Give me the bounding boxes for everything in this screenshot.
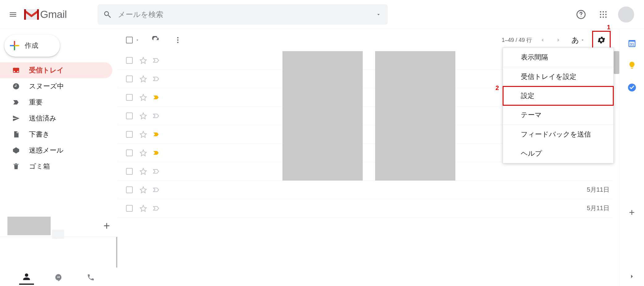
keep-addon-button[interactable] — [627, 60, 637, 70]
star-button[interactable] — [140, 186, 147, 194]
sidebar-item-inbox[interactable]: 受信トレイ — [0, 62, 112, 78]
next-page-button[interactable] — [553, 35, 564, 46]
star-button[interactable] — [140, 57, 147, 64]
input-tools-button[interactable]: あ — [571, 35, 585, 45]
support-button[interactable] — [574, 7, 588, 22]
sidebar-item-important[interactable]: 重要 — [0, 94, 112, 110]
star-button[interactable] — [140, 112, 147, 120]
svg-point-9 — [603, 16, 604, 18]
gmail-logo[interactable]: Gmail — [23, 8, 67, 21]
settings-menu-item[interactable]: ヘルプ — [503, 144, 613, 163]
sidebar-item-label: 迷惑メール — [29, 146, 64, 155]
account-avatar[interactable] — [618, 6, 634, 22]
star-button[interactable] — [140, 131, 147, 138]
settings-menu-item[interactable]: 表示間隔 — [503, 48, 613, 67]
checkbox-icon — [126, 37, 133, 43]
thread-checkbox[interactable] — [126, 94, 133, 101]
hangouts-phone-tab[interactable] — [83, 270, 98, 285]
importance-button[interactable] — [153, 94, 160, 101]
important-icon — [12, 99, 20, 106]
svg-point-7 — [605, 14, 607, 15]
settings-menu-item[interactable]: フィードバックを送信 — [503, 125, 613, 144]
importance-button[interactable] — [153, 75, 160, 83]
star-button[interactable] — [140, 205, 147, 212]
star-button[interactable] — [140, 75, 147, 83]
importance-button[interactable] — [153, 112, 160, 120]
hangouts-new-button[interactable]: + — [103, 219, 110, 232]
thread-checkbox[interactable] — [126, 205, 133, 212]
gmail-m-icon — [23, 8, 40, 21]
calendar-addon-button[interactable]: 31 — [627, 38, 637, 48]
folder-nav: 受信トレイスヌーズ中重要送信済み下書き迷惑メールゴミ箱 — [0, 62, 117, 174]
thread-checkbox[interactable] — [126, 168, 133, 175]
side-panel: 31 + — [619, 29, 644, 286]
importance-button[interactable] — [153, 168, 160, 175]
more-actions-button[interactable] — [172, 34, 184, 46]
importance-button[interactable] — [153, 205, 160, 212]
select-all-checkbox[interactable] — [126, 37, 140, 43]
compose-button[interactable]: 作成 — [4, 35, 60, 57]
svg-text:31: 31 — [630, 42, 634, 47]
settings-menu-item[interactable]: テーマ — [503, 105, 613, 125]
hangouts-panel: + — [0, 215, 117, 286]
get-addons-button[interactable]: + — [629, 207, 635, 218]
importance-button[interactable] — [153, 186, 160, 194]
star-button[interactable] — [140, 168, 147, 175]
svg-point-8 — [600, 16, 601, 18]
hangouts-user-block[interactable] — [7, 217, 51, 235]
settings-menu: 表示間隔受信トレイを設定設定2テーマフィードバックを送信ヘルプ — [503, 47, 614, 163]
hangouts-icon — [55, 273, 63, 281]
importance-button[interactable] — [153, 131, 160, 138]
search-options-button[interactable] — [374, 12, 383, 17]
settings-menu-item[interactable]: 設定2 — [503, 86, 613, 105]
thread-checkbox[interactable] — [126, 57, 133, 64]
star-button[interactable] — [140, 149, 147, 157]
svg-point-2 — [600, 11, 601, 12]
hangouts-conversations[interactable] — [0, 237, 117, 268]
tasks-icon — [628, 83, 636, 92]
search-box[interactable] — [98, 4, 388, 25]
sidebar-item-send[interactable]: 送信済み — [0, 110, 112, 126]
main-menu-button[interactable] — [6, 7, 20, 22]
sidebar-item-clock[interactable]: スヌーズ中 — [0, 78, 112, 94]
thread-row[interactable] — [117, 162, 613, 181]
importance-button[interactable] — [153, 149, 160, 157]
prev-page-button[interactable] — [537, 35, 548, 46]
thread-checkbox[interactable] — [126, 131, 133, 138]
scrollbar[interactable] — [614, 51, 619, 74]
thread-row[interactable]: 5月11日 — [117, 199, 613, 218]
sidebar-item-trash[interactable]: ゴミ箱 — [0, 158, 112, 174]
settings-button[interactable]: 1 — [592, 31, 611, 49]
sidebar-item-spam[interactable]: 迷惑メール — [0, 142, 112, 158]
thread-row[interactable]: 5月11日 — [117, 181, 613, 199]
collapse-sidepanel-button[interactable] — [629, 273, 635, 280]
thread-checkbox[interactable] — [126, 76, 133, 82]
thread-checkbox[interactable] — [126, 149, 133, 156]
spam-icon — [12, 147, 20, 154]
chevron-right-icon — [629, 273, 635, 280]
tasks-addon-button[interactable] — [627, 83, 637, 92]
input-mode-label: あ — [571, 35, 579, 45]
draft-icon — [12, 131, 20, 138]
refresh-button[interactable] — [149, 34, 162, 46]
person-icon — [23, 273, 31, 281]
more-icon — [174, 36, 182, 44]
importance-button[interactable] — [153, 57, 160, 64]
annotation-marker-2: 2 — [496, 84, 499, 92]
settings-menu-item[interactable]: 受信トレイを設定 — [503, 67, 613, 86]
thread-checkbox[interactable] — [126, 112, 133, 119]
search-icon-button[interactable] — [102, 9, 113, 20]
trash-icon — [12, 163, 20, 170]
star-button[interactable] — [140, 94, 147, 101]
send-icon — [12, 115, 20, 122]
hangouts-chat-tab[interactable] — [51, 270, 66, 285]
content-area: 1–49 / 49 行 あ 1 — [117, 29, 644, 286]
google-apps-button[interactable] — [596, 7, 611, 22]
thread-checkbox[interactable] — [126, 186, 133, 193]
chevron-left-icon — [539, 37, 546, 43]
sidebar-item-draft[interactable]: 下書き — [0, 126, 112, 142]
svg-point-6 — [603, 14, 604, 15]
inbox-icon — [12, 67, 20, 74]
search-input[interactable] — [118, 10, 374, 19]
hangouts-contacts-tab[interactable] — [19, 270, 34, 285]
